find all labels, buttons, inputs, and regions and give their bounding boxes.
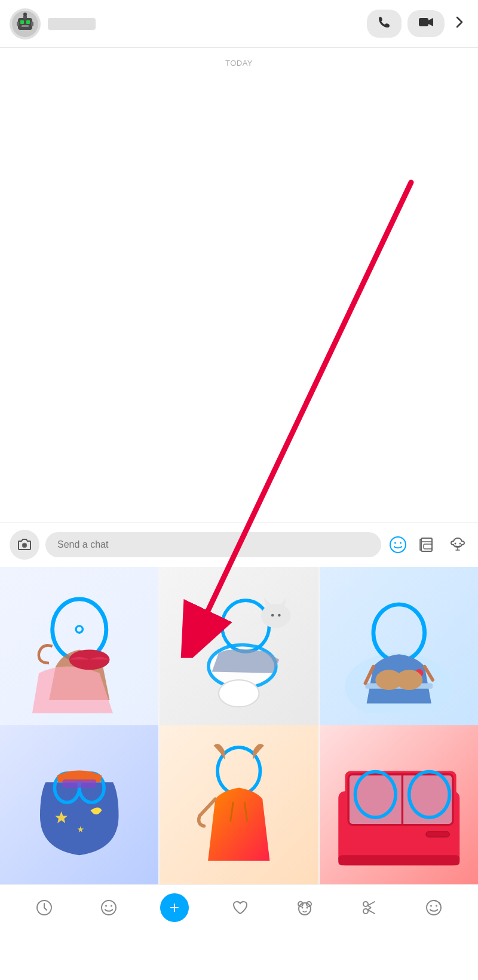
sticker-smiley-icon — [425, 899, 443, 917]
snap-button[interactable] — [447, 534, 468, 555]
tab-scissors[interactable] — [356, 894, 382, 921]
svg-rect-3 — [26, 20, 30, 24]
svg-point-52 — [111, 905, 112, 906]
avatar[interactable] — [10, 8, 41, 39]
chat-area — [0, 74, 478, 522]
svg-point-57 — [307, 906, 308, 908]
bottom-tab-bar: + — [0, 884, 478, 930]
tab-favorites[interactable] — [227, 894, 253, 921]
smiley-icon — [100, 899, 118, 917]
sticker-owl-sleep[interactable] — [0, 725, 158, 884]
svg-point-53 — [299, 903, 311, 915]
svg-rect-16 — [424, 544, 432, 549]
svg-point-14 — [400, 542, 402, 544]
sticker-car-image — [332, 737, 467, 872]
camera-icon — [17, 538, 32, 552]
clock-icon — [35, 899, 53, 917]
sticker-book-icon — [419, 536, 437, 554]
snap-icon — [449, 536, 467, 554]
video-button[interactable] — [407, 10, 445, 37]
input-bar — [0, 522, 478, 567]
svg-point-26 — [278, 614, 281, 617]
contact-name — [48, 18, 96, 30]
svg-rect-5 — [31, 22, 33, 26]
chat-input[interactable] — [57, 539, 369, 550]
svg-rect-6 — [22, 25, 29, 27]
heart-icon — [231, 899, 249, 917]
svg-point-12 — [390, 537, 406, 552]
svg-rect-2 — [20, 20, 24, 24]
svg-point-51 — [105, 905, 107, 906]
tab-bear[interactable] — [292, 894, 318, 921]
svg-point-27 — [219, 680, 259, 707]
sticker-person-orange-image — [171, 737, 307, 872]
svg-point-62 — [436, 905, 437, 906]
sticker-grid-row1 — [0, 567, 478, 725]
sticker-grid-row2 — [0, 725, 478, 884]
sticker-person-dog-image — [332, 579, 467, 714]
video-icon — [418, 16, 434, 31]
tab-recent[interactable] — [31, 894, 57, 921]
bear-icon — [296, 899, 314, 917]
sticker-lips[interactable] — [0, 567, 158, 725]
phone-icon — [378, 16, 391, 32]
plus-icon: + — [170, 899, 179, 916]
sticker-cat-person[interactable] — [160, 567, 318, 725]
svg-point-33 — [396, 670, 422, 690]
robot-avatar-icon — [11, 10, 39, 38]
svg-rect-47 — [338, 856, 459, 866]
sticker-car-people[interactable] — [320, 725, 478, 884]
svg-point-21 — [76, 626, 82, 633]
svg-point-56 — [302, 906, 304, 908]
svg-rect-4 — [17, 22, 19, 26]
sticker-owl-image — [12, 737, 147, 872]
tab-emoji[interactable] — [96, 894, 122, 921]
camera-button[interactable] — [10, 530, 39, 560]
tab-sticker-smiley[interactable] — [421, 894, 447, 921]
more-button[interactable] — [451, 13, 468, 35]
svg-point-8 — [23, 13, 27, 16]
tab-add[interactable]: + — [160, 893, 189, 922]
svg-point-61 — [430, 905, 432, 906]
sticker-cat-image — [171, 579, 307, 714]
svg-rect-38 — [62, 780, 96, 788]
svg-point-25 — [271, 614, 274, 617]
sticker-lips-image — [12, 579, 147, 714]
svg-rect-1 — [18, 18, 32, 30]
svg-point-29 — [373, 605, 424, 661]
emoji-button[interactable] — [387, 534, 409, 555]
input-actions — [387, 534, 468, 555]
svg-point-17 — [455, 543, 456, 545]
sticker-person-dog[interactable] — [320, 567, 478, 725]
today-label: TODAY — [0, 48, 478, 74]
sticker-book-button[interactable] — [417, 534, 439, 555]
svg-point-50 — [102, 900, 116, 915]
svg-rect-9 — [419, 18, 428, 26]
svg-rect-48 — [425, 832, 449, 837]
svg-point-13 — [394, 542, 396, 544]
chat-input-wrapper[interactable] — [45, 532, 381, 557]
svg-point-24 — [261, 604, 291, 628]
svg-point-18 — [459, 543, 461, 545]
emoji-icon — [389, 536, 407, 554]
header — [0, 0, 478, 48]
header-actions — [367, 10, 468, 38]
call-button[interactable] — [367, 10, 402, 38]
sticker-person-orange[interactable] — [160, 725, 318, 884]
scissors-icon — [360, 899, 378, 917]
